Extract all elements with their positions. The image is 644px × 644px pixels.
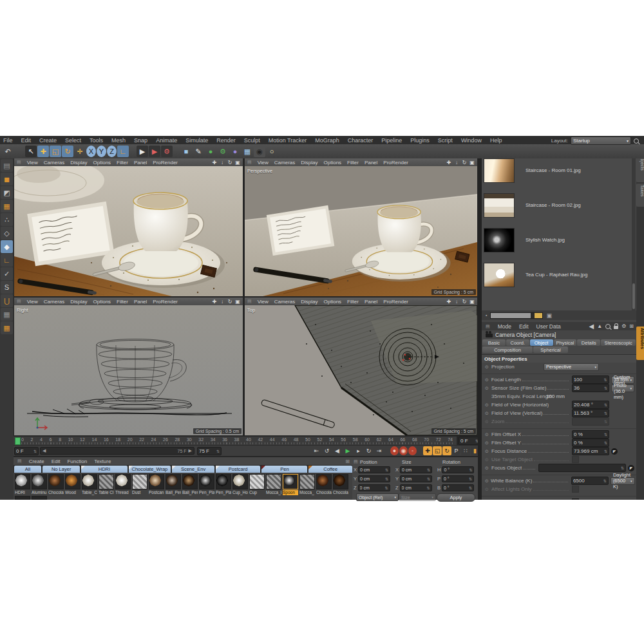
viewport-menu-item[interactable]: Filter bbox=[117, 299, 128, 305]
viewport-solo-icon[interactable]: ✓ bbox=[1, 267, 13, 280]
position-z-field[interactable]: 0 cm⇅ bbox=[358, 484, 390, 491]
live-selection-icon[interactable]: ↖ bbox=[25, 146, 37, 157]
viewport-menu-item[interactable]: Display bbox=[70, 160, 87, 166]
material-item[interactable]: Chocola bbox=[333, 474, 348, 495]
menu-item[interactable]: Animate bbox=[156, 137, 177, 144]
menu-item[interactable]: Pipeline bbox=[381, 137, 402, 144]
frame-range-slider[interactable]: ◀ 75 F ▶ bbox=[40, 447, 194, 455]
menu-item[interactable]: Mesh bbox=[111, 137, 126, 144]
texture-mode-icon[interactable]: ◩ bbox=[1, 186, 13, 199]
material-menu-item[interactable]: Create bbox=[29, 459, 44, 464]
loop-icon[interactable]: ↻ bbox=[364, 446, 374, 455]
material-item[interactable]: Chocola bbox=[48, 474, 64, 495]
previous-frame-icon[interactable]: ◀ bbox=[332, 446, 342, 455]
viewport-menu-item[interactable]: Panel bbox=[365, 160, 377, 166]
animation-dot-icon[interactable]: ⊙ bbox=[485, 377, 489, 383]
material-name[interactable]: Table Cl bbox=[99, 490, 114, 495]
lock-z-axis-icon[interactable]: Z bbox=[107, 146, 117, 157]
model-mode-icon[interactable]: ◼ bbox=[1, 173, 13, 185]
animation-dot-icon[interactable]: ⊙ bbox=[485, 449, 489, 454]
viewport-menu-item[interactable]: Options bbox=[93, 160, 111, 166]
material-preview-sphere[interactable] bbox=[32, 496, 47, 500]
layer-tab[interactable]: Coffee bbox=[308, 466, 352, 473]
viewport-menu-item[interactable]: ProRender bbox=[153, 160, 178, 166]
menu-item[interactable]: File bbox=[3, 137, 13, 144]
material-item[interactable]: Table Cl bbox=[99, 474, 114, 495]
material-name[interactable]: HDRI bbox=[15, 490, 30, 495]
play-cycle-icon[interactable]: ↺ bbox=[322, 446, 332, 455]
object-mode-dropdown[interactable]: Object (Rel)▾ bbox=[356, 493, 399, 501]
locked-workplane-icon[interactable]: ▦ bbox=[1, 308, 13, 321]
picker-icon[interactable]: ◤ bbox=[611, 448, 618, 455]
timeline-frame-field[interactable]: 0 F⇅ bbox=[459, 437, 480, 445]
scrollbar-thumb[interactable] bbox=[632, 283, 635, 309]
stepper-icon[interactable]: ⇅ bbox=[216, 449, 220, 453]
material-preview-sphere[interactable] bbox=[115, 474, 131, 489]
material-preview-sphere[interactable] bbox=[149, 474, 164, 489]
render-view-canvas[interactable] bbox=[245, 166, 477, 296]
material-item[interactable]: Pen_Pla bbox=[199, 474, 214, 495]
film-offset-y-field[interactable]: 0 %⇅ bbox=[572, 439, 609, 447]
focus-object-field[interactable]: ⇅ bbox=[538, 464, 626, 472]
material-name[interactable]: Postcan bbox=[149, 490, 164, 495]
toggle-view-icon[interactable]: ▣ bbox=[469, 299, 475, 305]
viewport-menu-item[interactable]: Options bbox=[93, 299, 111, 305]
position-x-field[interactable]: 0 cm⇅ bbox=[358, 466, 390, 473]
viewport-menu-item[interactable]: Options bbox=[324, 160, 342, 166]
material-item[interactable]: Chocola bbox=[316, 474, 332, 495]
material-item[interactable]: Ball_Per bbox=[166, 474, 181, 495]
rotation-p-field[interactable]: 0 °⇅ bbox=[442, 475, 474, 482]
lock-y-axis-icon[interactable]: Y bbox=[97, 146, 106, 157]
rotate-view-icon[interactable]: ↻ bbox=[227, 299, 233, 305]
stepper-icon[interactable]: ⇅ bbox=[33, 449, 37, 453]
viewport-menu-item[interactable]: Cameras bbox=[44, 160, 64, 166]
material-name[interactable]: Ball_Per bbox=[166, 490, 181, 495]
tab-takes[interactable]: Takes bbox=[636, 184, 644, 207]
add-cube-icon[interactable]: ■ bbox=[180, 146, 192, 157]
material-menu-item[interactable]: Edit bbox=[52, 459, 61, 464]
menu-item[interactable]: Script bbox=[438, 137, 453, 144]
use-target-checkbox[interactable] bbox=[572, 456, 579, 463]
toggle-view-icon[interactable]: ▣ bbox=[234, 299, 241, 305]
current-frame-field[interactable]: 0 F⇅ bbox=[14, 447, 39, 455]
snap-icon[interactable]: S bbox=[1, 281, 13, 294]
viewport-menu-item[interactable]: Cameras bbox=[274, 160, 295, 166]
toolbar-spacer[interactable] bbox=[14, 146, 24, 157]
viewport-menu-item[interactable]: ProRender bbox=[383, 299, 408, 305]
play-forward-icon[interactable]: ▶ bbox=[343, 446, 353, 455]
attribute-menu-item[interactable]: Edit bbox=[519, 323, 529, 330]
timeline-playhead[interactable] bbox=[15, 437, 21, 445]
panel-icon[interactable]: ⊞ bbox=[345, 459, 352, 464]
record-scale-icon[interactable]: ◱ bbox=[433, 446, 442, 455]
material-name[interactable]: Dust bbox=[132, 490, 147, 495]
sensor-size-field[interactable]: 36⇅ bbox=[572, 384, 609, 392]
toggle-view-icon[interactable]: ▣ bbox=[469, 160, 475, 166]
layout-dropdown[interactable]: Startup▾ bbox=[571, 137, 631, 145]
file-list-item[interactable]: Stylish Watch.jpg bbox=[482, 223, 629, 258]
move-view-icon[interactable]: ✚ bbox=[446, 299, 452, 305]
material-menu-item[interactable]: Texture bbox=[94, 459, 111, 464]
range-left-arrow-icon[interactable]: ◀ bbox=[43, 448, 46, 453]
render-picture-viewer-icon[interactable]: ▶ bbox=[149, 146, 160, 157]
tab-object[interactable]: Object bbox=[530, 339, 553, 346]
zoom-view-icon[interactable]: ↓ bbox=[219, 160, 225, 166]
transport-spacer[interactable] bbox=[384, 446, 390, 455]
rotate-view-icon[interactable]: ↻ bbox=[227, 160, 233, 166]
material-item[interactable]: Thread bbox=[115, 474, 131, 495]
browser-scrollbar[interactable] bbox=[632, 153, 636, 310]
camera-icon[interactable]: ◉ bbox=[254, 146, 265, 157]
material-item[interactable]: Mocca_ bbox=[299, 474, 315, 495]
animation-dot-icon[interactable]: ⊙ bbox=[485, 386, 489, 391]
viewport-menu-item[interactable]: Panel bbox=[134, 299, 147, 305]
section-object-properties[interactable]: Object Properties bbox=[482, 354, 636, 363]
material-preview-sphere[interactable] bbox=[48, 474, 64, 489]
material-item[interactable]: Cup bbox=[249, 474, 265, 495]
magnet-snap-icon[interactable]: ⋃ bbox=[1, 294, 13, 307]
viewport-menu-item[interactable]: Display bbox=[301, 299, 317, 305]
viewport-menu-item[interactable]: View bbox=[27, 299, 38, 305]
thumbnail-size-slider[interactable] bbox=[490, 312, 543, 319]
animation-dot-icon[interactable]: ⊙ bbox=[485, 478, 489, 484]
lock-x-axis-icon[interactable]: X bbox=[86, 146, 96, 157]
viewport-menu-item[interactable]: Panel bbox=[134, 160, 147, 166]
material-name[interactable]: Aluminu bbox=[32, 490, 47, 495]
